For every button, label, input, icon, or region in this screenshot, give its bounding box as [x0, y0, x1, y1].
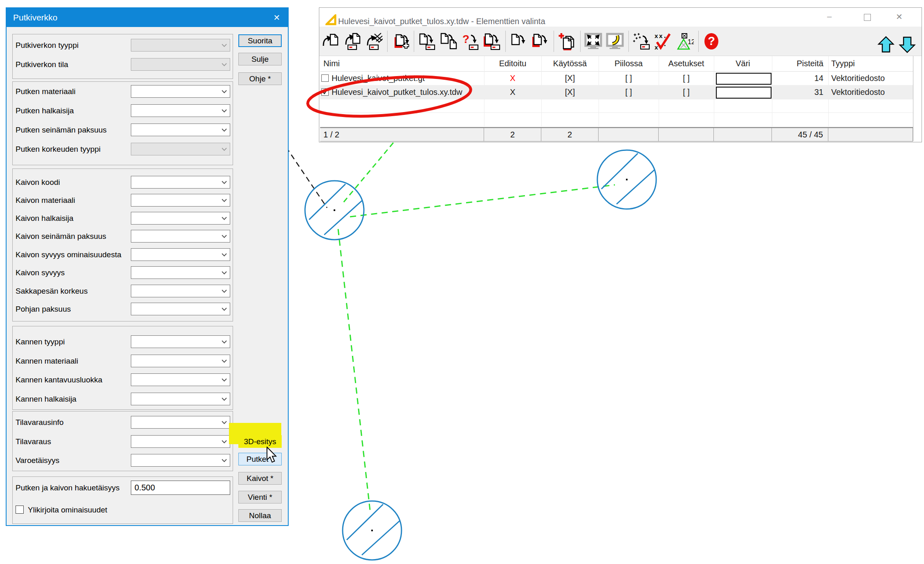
field-label: Kaivon syvyys ominaisuudesta [16, 248, 121, 261]
down-arrow-icon[interactable] [898, 36, 916, 54]
3desitys-button[interactable]: 3D-esitys [238, 435, 282, 448]
toolbar-separator [414, 31, 414, 52]
help-icon[interactable]: ? [702, 32, 720, 50]
write-file-icon[interactable] [509, 32, 527, 50]
dropdown-kaivon-syvyys-ominaisuudesta[interactable] [131, 248, 230, 261]
zoom-selected-icon[interactable] [606, 32, 624, 50]
dropdown-kaivon-halkaisija[interactable] [131, 212, 230, 225]
dropdown-putken-halkaisija[interactable] [131, 104, 230, 117]
window-title: Hulevesi_kaivot_putket_tulos.xy.tdw - El… [338, 17, 545, 26]
ohje-button[interactable]: Ohje * [238, 72, 282, 85]
write-file-copy-icon[interactable] [440, 32, 458, 50]
color-swatch[interactable] [716, 87, 771, 99]
overwrite-checkbox[interactable] [16, 506, 24, 514]
suorita-button[interactable]: Suorita [238, 34, 282, 47]
check-points-icon[interactable]: xxx [654, 32, 672, 50]
row-kaytossa: [X] [541, 71, 599, 85]
column-header-asetukset[interactable]: Asetukset [659, 56, 714, 71]
svg-text:x: x [655, 32, 658, 39]
maximize-button[interactable] [864, 14, 871, 21]
column-header-tyyppi[interactable]: Tyyppi [828, 56, 913, 71]
up-arrow-icon[interactable] [877, 36, 895, 54]
hatch-line [309, 184, 345, 220]
search-distance-input[interactable] [131, 481, 230, 495]
dropdown-tilavaraus[interactable] [131, 435, 230, 448]
field-label: Pohjan paksuus [16, 303, 71, 315]
dropdown-kannen-tyyppi[interactable] [131, 335, 230, 348]
column-header-pisteita[interactable]: Pisteitä [772, 56, 828, 71]
summary-kaytossa: 2 [541, 128, 599, 141]
row-checkbox[interactable] [321, 74, 329, 82]
field-label: Putkiverkon tila [16, 58, 68, 71]
dropdown-tilavarausinfo[interactable] [131, 416, 230, 429]
dropdown-kannen-kantavuusluokka[interactable] [131, 373, 230, 386]
triangle-label-icon[interactable]: 12 [676, 32, 694, 50]
row-asetukset: [ ] [659, 85, 714, 99]
dropdown-kannen-materiaali[interactable] [131, 355, 230, 367]
dropdown-putken-korkeuden-tyyppi[interactable] [131, 143, 230, 155]
center-point [626, 179, 628, 180]
dropdown-putkiverkon-tila[interactable] [131, 58, 230, 71]
add-files-icon[interactable] [558, 32, 576, 50]
summary-piilossa [599, 128, 659, 141]
grid-line [320, 112, 913, 113]
dialog-titlebar[interactable]: Putkiverkko [7, 8, 288, 27]
summary-editoitu: 2 [484, 128, 541, 141]
column-header-nimi[interactable]: Nimi [320, 56, 484, 71]
point-filter-icon[interactable] [632, 32, 650, 50]
fit-view-icon[interactable] [584, 32, 602, 50]
write-selected-settings-icon[interactable] [483, 32, 501, 50]
hatch-line [601, 153, 638, 189]
column-header-kaytossa[interactable]: Käytössä [541, 56, 599, 71]
dropdown-kaivon-materiaali[interactable] [131, 194, 230, 207]
toolbar: ?xxx12? [319, 27, 922, 56]
dropdown-kannen-halkaisija[interactable] [131, 393, 230, 405]
row-checkbox-checked[interactable] [321, 88, 329, 96]
read-fence-icon[interactable] [365, 32, 383, 50]
row-piilossa: [ ] [599, 85, 659, 99]
dropdown-pohjan-paksuus[interactable] [131, 303, 230, 315]
write-file-settings-icon[interactable] [418, 32, 436, 50]
svg-text:12: 12 [688, 38, 694, 45]
close-button[interactable]: ✕ [896, 12, 903, 22]
app-logo-icon [325, 14, 337, 26]
dropdown-putkiverkon-tyyppi[interactable] [131, 39, 230, 52]
field-label: Kannen halkaisija [16, 393, 76, 405]
column-header-editoitu[interactable]: Editoitu [484, 56, 541, 71]
column-header-vari[interactable]: Väri [714, 56, 772, 71]
dropdown-varoet-isyys[interactable] [131, 454, 230, 467]
write-file-query-icon[interactable]: ? [461, 32, 479, 50]
dropdown-putken-sein-m-n-paksuus[interactable] [131, 124, 230, 136]
toolbar-separator [387, 31, 388, 52]
green-dashed-line [338, 229, 370, 514]
dropdown-kaivon-sein-m-n-paksuus[interactable] [131, 230, 230, 243]
row-name: Hulevesi_kaivot_putket_tulos.xy.tdw [332, 85, 484, 99]
sulje-button[interactable]: Sulje [238, 53, 282, 65]
write-selected-icon[interactable] [531, 32, 549, 50]
grid-line [320, 126, 913, 127]
summary-pisteita: 45 / 45 [772, 128, 828, 141]
read-file-icon[interactable] [321, 32, 339, 50]
minimize-button[interactable]: – [827, 12, 832, 21]
field-group [12, 169, 233, 321]
field-label: Putken korkeuden tyyppi [16, 143, 101, 155]
column-header-piilossa[interactable]: Piilossa [599, 56, 659, 71]
read-file-settings-icon[interactable] [343, 32, 361, 50]
dialog-title: Putkiverkko [13, 13, 58, 22]
grid-line [320, 99, 913, 99]
toolbar-separator [554, 31, 554, 52]
color-swatch[interactable] [716, 73, 771, 85]
dropdown-kaivon-syvyys[interactable] [131, 266, 230, 279]
nollaa-button[interactable]: Nollaa [238, 509, 282, 522]
dropdown-sakkapes-n-korkeus[interactable] [131, 285, 230, 297]
kaivot-button[interactable]: Kaivot * [238, 472, 282, 485]
dialog-close-icon[interactable]: ✕ [270, 11, 284, 24]
green-dashed-line [343, 143, 393, 203]
dropdown-kaivon-koodi[interactable] [131, 176, 230, 189]
svg-text:?: ? [462, 33, 469, 45]
row-kaytossa: [X] [541, 85, 599, 99]
save-file-add-icon[interactable] [391, 32, 409, 50]
green-dashed-line [350, 185, 615, 217]
vienti-button[interactable]: Vienti * [238, 491, 282, 503]
dropdown-putken-materiaali[interactable] [131, 85, 230, 98]
